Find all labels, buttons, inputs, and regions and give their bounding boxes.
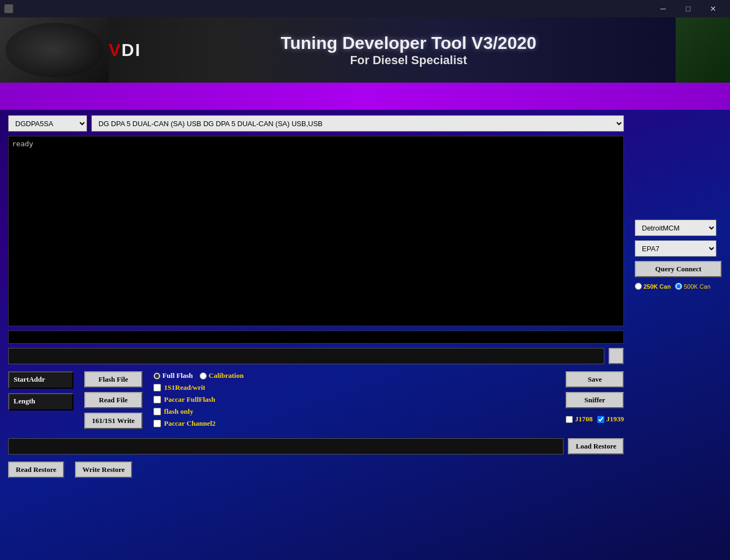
can-500-radio[interactable] <box>675 283 682 290</box>
title-bar-left <box>4 4 13 13</box>
restore-path-input[interactable] <box>8 438 564 455</box>
checkbox-paccar-channel[interactable]: Paccar Channel2 <box>153 419 262 428</box>
header-logo-area: VDIESEL <box>0 17 141 83</box>
full-flash-radio[interactable] <box>153 372 160 379</box>
device-desc-dropdown[interactable]: DG DPA 5 DUAL-CAN (SA) USB DG DPA 5 DUAL… <box>91 115 624 132</box>
calibration-radio-label[interactable]: Calibration <box>200 371 244 380</box>
console-area: ready <box>8 136 624 326</box>
checkbox-flash-only[interactable]: flash only <box>153 407 262 416</box>
sniffer-button[interactable]: Sniffer <box>566 392 624 408</box>
calibration-label: Calibration <box>209 371 244 380</box>
load-file-button[interactable] <box>609 348 624 364</box>
cb-1s1-read[interactable] <box>153 384 161 391</box>
restore-row: Load Restore <box>8 438 624 455</box>
full-flash-label: Full Flash <box>163 371 193 380</box>
header-sub-title: For Diesel Specialist <box>350 53 467 67</box>
console-text: ready <box>12 140 33 148</box>
j1708-label: J1708 <box>575 415 593 424</box>
purple-strip <box>0 83 730 110</box>
checkbox-group: Full Flash Calibration 1S1Read/writ Pa <box>153 371 262 428</box>
flash-file-button[interactable]: Flash File <box>84 371 143 388</box>
length-field[interactable]: Length <box>8 393 73 410</box>
load-restore-button[interactable]: Load Restore <box>568 438 624 455</box>
read-restore-button[interactable]: Read Restore <box>8 462 64 478</box>
can-250-radio[interactable] <box>635 283 642 290</box>
title-bar-controls: ─ □ ✕ <box>651 0 726 17</box>
can-250-label: 250K Can <box>644 283 671 290</box>
checkbox-1s1-read[interactable]: 1S1Read/writ <box>153 383 262 392</box>
action-buttons-group: Flash File Read File 161/1S1 Write <box>84 371 143 429</box>
diesel-word: DIESEL <box>121 40 141 60</box>
right-action-buttons: Save Sniffer J1708 J1939 <box>566 371 624 424</box>
header-logo-image <box>0 17 109 83</box>
controls-row: StartAddr Length Flash File Read File 16… <box>8 369 624 432</box>
checkbox-paccar-fullflash[interactable]: Paccar FullFlash <box>153 395 262 404</box>
header-main-title: Tuning Developer Tool V3/2020 <box>281 33 536 53</box>
app-icon <box>4 4 13 13</box>
bottom-row: Read Restore Write Restore <box>8 459 624 481</box>
j-checkboxes: J1708 J1939 <box>566 415 624 424</box>
start-addr-field[interactable]: StartAddr <box>8 371 73 389</box>
minimize-button[interactable]: ─ <box>651 0 676 17</box>
main-content: DGDPA5SA DG DPA 5 DUAL-CAN (SA) USB DG D… <box>0 110 632 486</box>
full-flash-radio-label[interactable]: Full Flash <box>153 371 193 380</box>
address-group: StartAddr Length <box>8 371 73 410</box>
cb-paccar-fullflash[interactable] <box>153 396 161 403</box>
top-controls-row: DGDPA5SA DG DPA 5 DUAL-CAN (SA) USB DG D… <box>8 115 624 132</box>
write-161-button[interactable]: 161/1S1 Write <box>84 413 143 429</box>
header-right-image <box>676 17 730 83</box>
file-path-input[interactable] <box>8 348 604 364</box>
can-options: 250K Can 500K Can <box>635 283 722 290</box>
diesel-v-letter: V <box>109 40 121 60</box>
query-connect-button[interactable]: Query Connect <box>635 261 722 277</box>
file-row <box>8 348 624 364</box>
right-dropdown-1[interactable]: DetroitMCM <box>635 220 716 236</box>
left-main: DGDPA5SA DG DPA 5 DUAL-CAN (SA) USB DG D… <box>0 110 632 486</box>
close-button[interactable]: ✕ <box>701 0 726 17</box>
header-banner: VDIESEL Tuning Developer Tool V3/2020 Fo… <box>0 17 730 83</box>
can-500-option[interactable]: 500K Can <box>675 283 710 290</box>
can-250-option[interactable]: 250K Can <box>635 283 671 290</box>
calibration-radio[interactable] <box>200 372 207 379</box>
cb-1s1-read-label: 1S1Read/writ <box>164 383 206 392</box>
header-title-area: Tuning Developer Tool V3/2020 For Diesel… <box>141 33 676 67</box>
write-restore-button[interactable]: Write Restore <box>75 462 133 478</box>
can-500-label: 500K Can <box>684 283 710 290</box>
cb-flash-only[interactable] <box>153 408 161 415</box>
right-panel: DetroitMCM EPA7 Query Connect 250K Can 5… <box>635 220 722 290</box>
radio-row: Full Flash Calibration <box>153 371 262 380</box>
j1939-checkbox-label[interactable]: J1939 <box>597 415 624 424</box>
right-dropdown-2[interactable]: EPA7 <box>635 240 716 257</box>
maximize-button[interactable]: □ <box>676 0 701 17</box>
cb-paccar-fullflash-label: Paccar FullFlash <box>164 395 215 404</box>
j1708-checkbox-label[interactable]: J1708 <box>566 415 593 424</box>
cb-paccar-channel-label: Paccar Channel2 <box>164 419 216 428</box>
layout-wrapper: DetroitMCM EPA7 Query Connect 250K Can 5… <box>0 110 730 486</box>
j1939-checkbox[interactable] <box>597 416 604 423</box>
title-bar: ─ □ ✕ <box>0 0 730 17</box>
cb-flash-only-label: flash only <box>164 407 194 416</box>
device-type-dropdown[interactable]: DGDPA5SA <box>8 115 87 132</box>
read-file-button[interactable]: Read File <box>84 392 143 408</box>
diesel-logo-text: VDIESEL <box>109 40 141 60</box>
j1708-checkbox[interactable] <box>566 416 573 423</box>
save-button[interactable]: Save <box>566 371 624 388</box>
progress-bar <box>8 331 624 344</box>
j1939-label: J1939 <box>607 415 624 424</box>
cb-paccar-channel[interactable] <box>153 420 161 427</box>
